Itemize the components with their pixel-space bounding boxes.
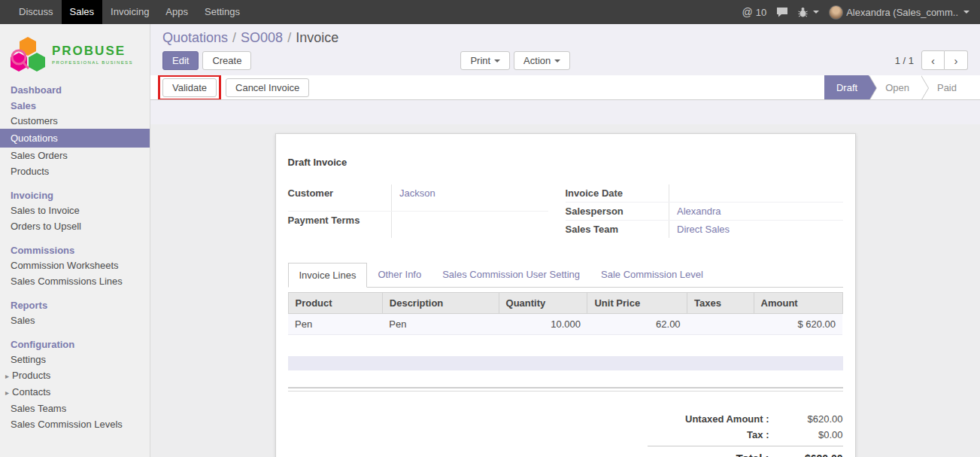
cell-quantity[interactable]: 10.000	[499, 314, 587, 335]
sidebar-heading-reports[interactable]: Reports	[0, 298, 150, 312]
salesperson-value[interactable]: Alexandra	[669, 203, 843, 221]
tab-invoice-lines[interactable]: Invoice Lines	[288, 263, 368, 288]
action-dropdown[interactable]: Action	[514, 51, 570, 70]
sidebar-item-products[interactable]: Products	[0, 163, 150, 179]
sales-team-label: Sales Team	[566, 221, 669, 239]
sidebar-item-commission-worksheets[interactable]: Commission Worksheets	[0, 257, 150, 273]
sidebar-nav: Dashboard Sales Customers Quotations Sal…	[0, 83, 150, 432]
form-view-container: Draft Invoice Customer Jackson Payment T…	[150, 124, 980, 457]
messages-icon[interactable]	[776, 7, 788, 17]
chevron-down-icon	[554, 59, 560, 62]
topbar-menu-discuss[interactable]: Discuss	[11, 0, 62, 24]
column-amount[interactable]: Amount	[754, 293, 842, 314]
tax-label: Tax :	[648, 429, 789, 440]
logo-title: PROBUSE	[52, 44, 133, 59]
validate-highlight-annotation: Validate	[158, 75, 221, 100]
sidebar-item-label: Products	[12, 370, 50, 381]
salesperson-label: Salesperson	[566, 203, 669, 221]
cell-unit-price[interactable]: 62.00	[587, 314, 687, 335]
customer-value[interactable]: Jackson	[392, 184, 549, 212]
sidebar-item-customers[interactable]: Customers	[0, 113, 150, 129]
sidebar-item-sales-to-invoice[interactable]: Sales to Invoice	[0, 203, 150, 218]
tab-sale-commission-level[interactable]: Sale Commission Level	[590, 263, 714, 288]
debug-menu[interactable]	[798, 7, 819, 17]
action-label: Action	[523, 55, 551, 66]
app-menus: Discuss Sales Invoicing Apps Settings	[0, 0, 248, 24]
topbar-menu-invoicing[interactable]: Invoicing	[102, 0, 157, 24]
sidebar-item-sales-commission-levels[interactable]: Sales Commission Levels	[0, 416, 150, 432]
sidebar-heading-sales[interactable]: Sales	[0, 99, 150, 113]
empty-row-stripe	[288, 356, 843, 370]
pager-value: 1 / 1	[895, 55, 914, 66]
sidebar-heading-dashboard[interactable]: Dashboard	[0, 83, 150, 97]
pager-next-button[interactable]: ›	[945, 50, 968, 70]
cancel-invoice-button[interactable]: Cancel Invoice	[226, 78, 309, 97]
expand-arrow-icon[interactable]: ▸	[5, 372, 9, 380]
status-widget: Draft Open Paid	[824, 75, 968, 100]
breadcrumb-so008[interactable]: SO008	[241, 30, 283, 45]
tab-sales-commission-user-setting[interactable]: Sales Commission User Setting	[432, 263, 590, 288]
sidebar-item-config-products[interactable]: ▸Products	[0, 367, 150, 384]
notebook-tabs: Invoice Lines Other Info Sales Commissio…	[288, 262, 843, 288]
column-quantity[interactable]: Quantity	[499, 293, 587, 314]
topbar-menu-sales[interactable]: Sales	[62, 0, 103, 24]
sidebar: PROBUSE PROFESSIONAL BUSINESS Dashboard …	[0, 24, 150, 457]
sidebar-item-sales-teams[interactable]: Sales Teams	[0, 401, 150, 416]
expand-arrow-icon[interactable]: ▸	[5, 388, 9, 397]
mentions-counter[interactable]: @ 10	[742, 6, 766, 18]
at-icon: @	[742, 6, 752, 18]
sidebar-item-config-contacts[interactable]: ▸Contacts	[0, 384, 150, 401]
pager-previous-button[interactable]: ‹	[921, 50, 945, 70]
sidebar-heading-configuration[interactable]: Configuration	[0, 337, 150, 352]
sidebar-item-settings[interactable]: Settings	[0, 352, 150, 367]
sidebar-heading-commissions[interactable]: Commissions	[0, 243, 150, 257]
state-draft[interactable]: Draft	[824, 75, 869, 100]
sidebar-heading-invoicing[interactable]: Invoicing	[0, 188, 150, 203]
cell-description[interactable]: Pen	[382, 314, 499, 335]
create-button[interactable]: Create	[202, 51, 251, 70]
column-taxes[interactable]: Taxes	[687, 293, 754, 314]
probuse-logo: PROBUSE PROFESSIONAL BUSINESS	[0, 24, 150, 83]
topbar-menu-settings[interactable]: Settings	[196, 0, 248, 24]
user-menu[interactable]: Alexandra (Sales_comm..	[829, 5, 969, 20]
untaxed-amount-label: Untaxed Amount :	[648, 413, 789, 425]
invoice-fields: Customer Jackson Payment Terms Invoice D…	[288, 184, 843, 238]
cell-product[interactable]: Pen	[288, 314, 382, 335]
sidebar-item-sales-commissions-lines[interactable]: Sales Commissions Lines	[0, 273, 150, 289]
cell-taxes[interactable]	[687, 314, 754, 335]
control-panel: Edit Create Print Action 1 / 1 ‹ ›	[150, 50, 980, 75]
statusbar: Validate Cancel Invoice Draft Open Paid	[150, 75, 980, 100]
customer-label: Customer	[288, 184, 392, 212]
edit-button[interactable]: Edit	[162, 51, 199, 70]
bug-icon	[798, 7, 808, 17]
probuse-logo-icon	[8, 36, 47, 72]
column-product[interactable]: Product	[288, 293, 382, 314]
avatar	[829, 5, 843, 20]
breadcrumb-separator: /	[287, 30, 291, 45]
column-description[interactable]: Description	[382, 293, 499, 314]
print-label: Print	[470, 55, 490, 66]
tab-other-info[interactable]: Other Info	[367, 263, 432, 288]
sidebar-item-sales-orders[interactable]: Sales Orders	[0, 148, 150, 163]
pager: 1 / 1 ‹ ›	[895, 50, 968, 70]
chevron-down-icon	[813, 11, 819, 14]
sidebar-item-label: Contacts	[12, 386, 50, 398]
breadcrumb-quotations[interactable]: Quotations	[162, 30, 228, 45]
sales-team-value[interactable]: Direct Sales	[669, 221, 843, 239]
sidebar-item-orders-to-upsell[interactable]: Orders to Upsell	[0, 218, 150, 234]
breadcrumb: Quotations/SO008/Invoice	[162, 30, 968, 46]
payment-terms-value	[392, 212, 549, 239]
column-unit-price[interactable]: Unit Price	[587, 293, 687, 314]
sidebar-item-quotations[interactable]: Quotations	[0, 129, 150, 148]
total-value: $620.00	[789, 452, 843, 457]
cell-amount[interactable]: $ 620.00	[754, 314, 842, 335]
invoice-line-row[interactable]: Pen Pen 10.000 62.00 $ 620.00	[288, 314, 842, 335]
list-end-divider	[288, 387, 843, 391]
topbar-menu-apps[interactable]: Apps	[157, 0, 196, 24]
untaxed-amount-value: $620.00	[789, 413, 843, 425]
tax-value: $0.00	[789, 429, 843, 440]
print-dropdown[interactable]: Print	[460, 51, 510, 70]
sidebar-item-reports-sales[interactable]: Sales	[0, 312, 150, 328]
total-label: Total :	[648, 452, 789, 457]
validate-button[interactable]: Validate	[162, 78, 217, 97]
